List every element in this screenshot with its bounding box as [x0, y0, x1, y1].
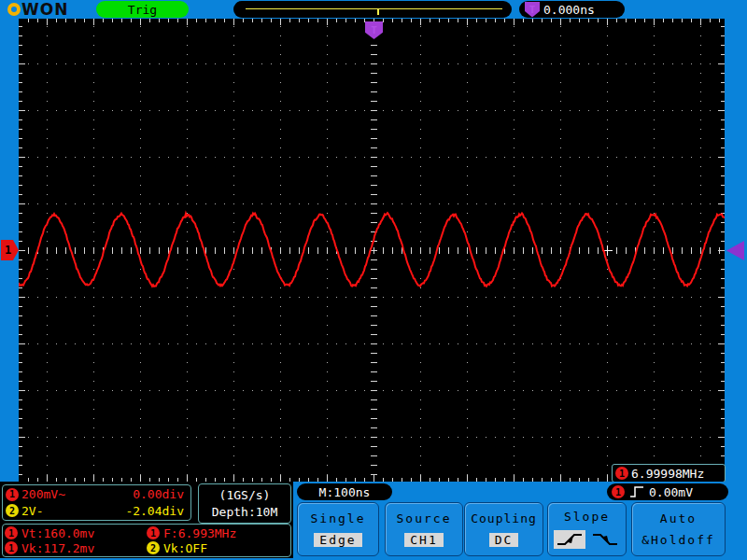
ch1-offset: 0.00div: [133, 487, 188, 501]
trigger-horizontal-marker[interactable]: T: [365, 21, 383, 39]
measurements-box: 1 Vt:160.0mv 1 F:6.993MHz 1 Vk:117.2mv 2…: [2, 524, 291, 557]
measurement-f: 1 F:6.993MHz: [147, 526, 289, 540]
ch1-status-row: 1 200mV~ 0.00div: [6, 487, 188, 501]
owon-logo: WON: [7, 1, 68, 18]
rising-slope-icon[interactable]: [554, 530, 585, 549]
ch2-status-row: 2 2V- -2.04div: [6, 504, 188, 518]
trigger-t-shield-icon: T: [365, 21, 383, 39]
memory-window-line: [246, 8, 502, 9]
menu-auto-holdoff-button[interactable]: Auto &Holdoff: [631, 502, 726, 556]
ch2-scale: 2V-: [21, 504, 43, 518]
horizontal-position-bar[interactable]: [233, 1, 512, 18]
trigger-level-readout: 1 0.00mV: [607, 483, 728, 500]
menu-value: DC: [489, 533, 519, 547]
trigger-position-tick: [377, 8, 379, 15]
owon-logo-ring-icon: [7, 3, 21, 16]
owon-logo-text: WON: [21, 0, 68, 19]
menu-label: Slope: [564, 510, 610, 524]
top-status-bar: WON Trig T 0.000ns: [0, 0, 747, 19]
oscilloscope-ui: WON Trig T 0.000ns T 1 6.99998MHz 1: [0, 0, 747, 560]
sample-rate: (1GS/s): [219, 488, 271, 502]
measurement-vk1: 1 Vk:117.2mv: [5, 541, 147, 555]
trigger-level-arrow-icon[interactable]: [726, 241, 744, 260]
menu-coupling-button[interactable]: Coupling DC: [464, 502, 543, 556]
trigger-level-value: 0.00mV: [649, 485, 693, 499]
measurement-vk2: 2 Vk:OFF: [147, 541, 289, 555]
menu-label: Single: [311, 511, 366, 525]
graticule-waveform-canvas: [19, 19, 725, 482]
falling-slope-icon[interactable]: [589, 530, 621, 549]
menu-value: &Holdoff: [641, 533, 715, 547]
ch1-badge: 1: [6, 488, 19, 501]
trigger-status-badge: Trig: [96, 1, 189, 18]
menu-slope-button[interactable]: Slope: [547, 502, 627, 556]
waveform-display: T 1 6.99998MHz: [19, 19, 725, 482]
timebase-readout: M:100ns: [297, 483, 392, 500]
menu-value: CH1: [404, 533, 443, 547]
menu-label: Auto: [660, 511, 697, 525]
menu-value: Edge: [314, 533, 361, 547]
channel-status-box: 1 200mV~ 0.00div 2 2V- -2.04div: [2, 484, 191, 521]
trigger-t-icon: T: [525, 2, 540, 18]
menu-label: Coupling: [471, 511, 537, 525]
ch1-scale: 200mV~: [21, 487, 65, 501]
menu-label: Source: [397, 511, 452, 525]
acquire-status-box: (1GS/s) Depth:10M: [198, 483, 291, 524]
ch2-badge: 2: [6, 504, 19, 517]
memory-depth: Depth:10M: [212, 505, 277, 519]
ch2-offset: -2.04div: [125, 504, 188, 518]
frequency-counter-badge: 1 6.99998MHz: [612, 464, 726, 483]
rising-edge-icon: [628, 484, 645, 499]
ch1-badge: 1: [615, 467, 628, 480]
menu-trigger-type-button[interactable]: Single Edge: [297, 502, 379, 556]
ch1-position-marker[interactable]: 1: [1, 240, 19, 260]
trigger-time-readout: T 0.000ns: [519, 1, 625, 18]
menu-source-button[interactable]: Source CH1: [385, 502, 463, 556]
frequency-counter-value: 6.99998MHz: [631, 467, 704, 481]
trigger-time-value: 0.000ns: [543, 3, 595, 17]
bottom-status-bar: 1 200mV~ 0.00div 2 2V- -2.04div (1GS/s) …: [0, 482, 747, 560]
measurement-vt: 1 Vt:160.0mv: [5, 526, 147, 540]
trigger-status-label: Trig: [128, 3, 157, 17]
